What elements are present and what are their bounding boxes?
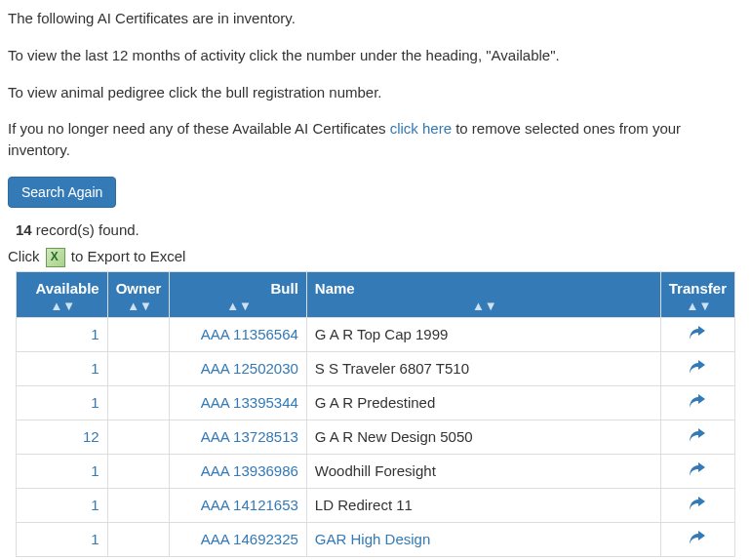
transfer-icon[interactable] [690, 462, 705, 479]
col-transfer-label: Transfer [669, 280, 727, 297]
intro-line-4: If you no longer need any of these Avail… [8, 118, 743, 161]
owner-cell [107, 317, 170, 351]
bull-reg-link[interactable]: AAA 13936986 [201, 462, 298, 479]
transfer-icon[interactable] [690, 497, 705, 513]
col-name-label: Name [315, 280, 652, 297]
available-link[interactable]: 1 [91, 462, 99, 479]
sort-asc-icon[interactable]: ▲ [686, 299, 698, 313]
col-name[interactable]: Name ▲▼ [306, 271, 660, 317]
sort-desc-icon[interactable]: ▼ [697, 299, 710, 313]
col-owner[interactable]: Owner ▲▼ [107, 271, 170, 317]
intro-line-2: To view the last 12 months of activity c… [8, 45, 743, 66]
col-bull-label: Bull [178, 280, 297, 297]
col-available-label: Available [24, 280, 99, 297]
bull-reg-link[interactable]: AAA 11356564 [201, 326, 298, 342]
bull-name: G A R Predestined [306, 385, 660, 420]
transfer-icon[interactable] [690, 326, 705, 342]
transfer-icon[interactable] [690, 360, 705, 377]
sort-asc-icon[interactable]: ▲ [49, 299, 61, 313]
records-found-suffix: record(s) found. [32, 221, 139, 238]
sort-asc-icon[interactable]: ▲ [126, 299, 138, 313]
table-row: 1AAA 13936986Woodhill Foresight [17, 454, 735, 488]
sort-asc-icon[interactable]: ▲ [471, 299, 484, 313]
sort-desc-icon[interactable]: ▼ [238, 299, 251, 313]
sort-desc-icon[interactable]: ▼ [61, 299, 74, 313]
table-row: 12AAA 13728513G A R New Design 5050 [17, 420, 735, 454]
remove-certs-link[interactable]: click here [390, 120, 452, 137]
owner-cell [107, 385, 170, 420]
bull-name: GAR High Design [306, 522, 660, 556]
available-link[interactable]: 1 [91, 497, 99, 513]
export-row: Click to Export to Excel [8, 248, 743, 267]
available-link[interactable]: 1 [91, 326, 99, 342]
intro-line-1: The following AI Certificates are in inv… [8, 8, 743, 29]
col-owner-label: Owner [116, 280, 162, 297]
owner-cell [107, 420, 170, 454]
bull-reg-link[interactable]: AAA 13395344 [201, 394, 298, 411]
bull-reg-link[interactable]: AAA 14121653 [201, 497, 298, 513]
table-row: 1AAA 13395344G A R Predestined [17, 385, 735, 420]
col-transfer[interactable]: Transfer ▲▼ [660, 271, 734, 317]
available-link[interactable]: 1 [91, 394, 99, 411]
available-link[interactable]: 12 [83, 428, 99, 445]
transfer-icon[interactable] [690, 394, 705, 411]
search-again-button[interactable]: Search Again [8, 177, 116, 208]
available-link[interactable]: 1 [91, 360, 99, 377]
bull-reg-link[interactable]: AAA 12502030 [201, 360, 298, 377]
intro-line-3: To view animal pedigree click the bull r… [8, 82, 743, 103]
table-row: 1AAA 14121653LD Redirect 11 [17, 488, 735, 522]
available-link[interactable]: 1 [91, 531, 99, 547]
transfer-icon[interactable] [690, 531, 705, 547]
intro-line-4-prefix: If you no longer need any of these Avail… [8, 120, 390, 137]
bull-name: Woodhill Foresight [306, 454, 660, 488]
table-row: 1AAA 14692325GAR High Design [17, 522, 735, 556]
owner-cell [107, 488, 170, 522]
certificates-table: Available ▲▼ Owner ▲▼ Bull ▲▼ Name ▲▼ Tr… [16, 271, 735, 557]
sort-asc-icon[interactable]: ▲ [225, 299, 238, 313]
records-count: 14 [16, 221, 32, 238]
bull-reg-link[interactable]: AAA 14692325 [201, 531, 298, 547]
transfer-icon[interactable] [690, 428, 705, 445]
owner-cell [107, 522, 170, 556]
bull-name: LD Redirect 11 [306, 488, 660, 522]
bull-reg-link[interactable]: AAA 13728513 [201, 428, 298, 445]
owner-cell [107, 351, 170, 385]
sort-desc-icon[interactable]: ▼ [138, 299, 151, 313]
bull-name: G A R Top Cap 1999 [306, 317, 660, 351]
export-excel-icon[interactable] [46, 248, 65, 267]
bull-name: G A R New Design 5050 [306, 420, 660, 454]
bull-name: S S Traveler 6807 T510 [306, 351, 660, 385]
col-available[interactable]: Available ▲▼ [17, 271, 108, 317]
export-prefix: Click [8, 248, 44, 264]
col-bull[interactable]: Bull ▲▼ [170, 271, 306, 317]
export-suffix: to Export to Excel [71, 248, 186, 264]
records-found: 14 record(s) found. [16, 221, 743, 238]
table-row: 1AAA 12502030S S Traveler 6807 T510 [17, 351, 735, 385]
sort-desc-icon[interactable]: ▼ [484, 299, 496, 313]
table-row: 1AAA 11356564G A R Top Cap 1999 [17, 317, 735, 351]
owner-cell [107, 454, 170, 488]
